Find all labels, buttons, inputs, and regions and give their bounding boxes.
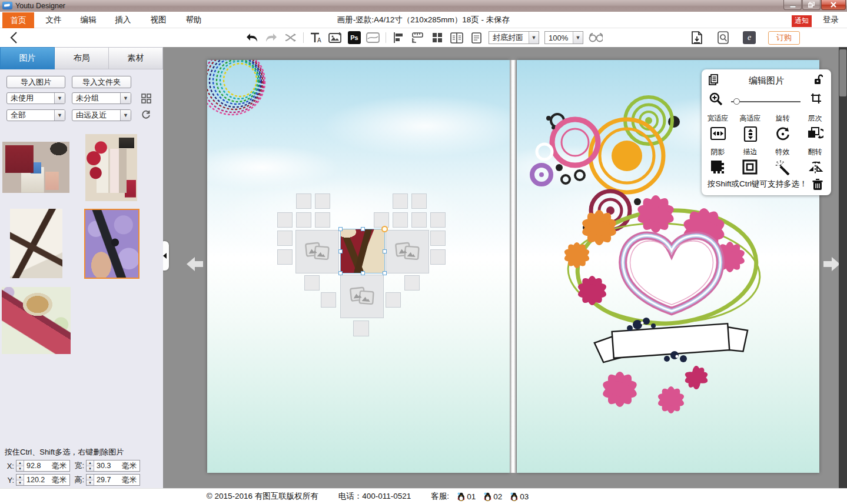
zoom-select[interactable]: 100% ▼	[544, 31, 583, 44]
qq-contact-1[interactable]: 01	[457, 492, 476, 501]
menu-item-help[interactable]: 帮助	[177, 12, 211, 28]
height-stepper[interactable]: ▲▼	[87, 475, 94, 485]
thumbnail-grid-icon[interactable]	[140, 92, 152, 104]
tool-rotate[interactable]: 旋转	[766, 112, 799, 144]
photo-placeholder-cell[interactable]	[277, 212, 293, 228]
login-link[interactable]: 登录	[823, 12, 839, 28]
photo-placeholder-cell[interactable]	[296, 212, 311, 228]
tool-flip[interactable]: 翻转	[799, 145, 831, 177]
tab-layout[interactable]: 布局	[55, 47, 109, 69]
unlock-icon[interactable]	[814, 74, 823, 85]
photo-placeholder-cell[interactable]	[411, 212, 427, 228]
close-button[interactable]	[821, 0, 846, 10]
add-image-icon[interactable]	[328, 31, 343, 45]
y-stepper[interactable]: ▲▼	[16, 475, 24, 485]
import-images-button[interactable]: 导入图片	[6, 76, 65, 88]
width-stepper[interactable]: ▲▼	[87, 460, 94, 471]
back-chevron-button[interactable]	[6, 30, 21, 45]
restore-button[interactable]	[802, 0, 821, 10]
photo-frame-icon[interactable]	[366, 31, 380, 45]
tool-fit-width[interactable]: 宽适应	[702, 112, 734, 144]
filter-scope-select[interactable]: 全部 ▼	[6, 109, 65, 121]
tab-images[interactable]: 图片	[0, 47, 55, 69]
tool-shadow[interactable]: 阴影	[702, 145, 734, 177]
photo-placeholder-cell[interactable]	[277, 231, 293, 246]
y-field[interactable]: ▲▼ 120.2 毫米	[16, 474, 70, 486]
refresh-icon[interactable]	[140, 109, 152, 121]
scrollbar-thumb[interactable]	[839, 49, 846, 96]
photo-placeholder-cell[interactable]	[404, 275, 420, 291]
photo-placeholder-cell[interactable]	[315, 193, 330, 209]
resize-handle-n[interactable]	[361, 227, 365, 231]
photo-placeholder-cell[interactable]	[386, 292, 401, 308]
photo-thumbnail-selected[interactable]	[85, 210, 138, 278]
photo-placeholder-cell[interactable]	[430, 212, 446, 228]
redo-icon[interactable]	[264, 31, 278, 45]
photo-placeholder-cell[interactable]	[296, 193, 311, 209]
grid-view-icon[interactable]	[430, 31, 444, 45]
photo-placeholder-large[interactable]	[386, 230, 429, 273]
photo-placeholder-cell[interactable]	[430, 249, 446, 265]
preview-glasses-icon[interactable]	[589, 31, 603, 45]
photo-placeholder-cell[interactable]	[374, 212, 389, 228]
height-field[interactable]: ▲▼ 29.7 毫米	[86, 474, 140, 486]
preview-search-icon[interactable]	[716, 31, 730, 45]
photo-thumbnail[interactable]	[85, 134, 137, 201]
menu-item-edit[interactable]: 编辑	[71, 12, 105, 28]
align-icon[interactable]	[391, 31, 406, 45]
resize-handle-se[interactable]	[383, 271, 387, 275]
photo-placeholder-cell[interactable]	[393, 193, 408, 209]
menu-item-insert[interactable]: 插入	[106, 12, 140, 28]
photo-placeholder-cell[interactable]	[315, 212, 330, 228]
undo-icon[interactable]	[245, 31, 259, 45]
spread-view-icon[interactable]	[450, 31, 464, 45]
photoshop-icon[interactable]: Ps	[348, 31, 361, 44]
view-mode-select[interactable]: 封底封面 ▼	[489, 31, 539, 44]
photo-thumbnail[interactable]	[10, 209, 62, 278]
slider-knob[interactable]	[733, 98, 740, 105]
photo-placeholder-cell[interactable]	[277, 249, 293, 265]
filter-group-select[interactable]: 未分组 ▼	[72, 92, 131, 104]
photo-placeholder-cell[interactable]	[430, 231, 446, 246]
image-scale-slider[interactable]	[731, 99, 801, 105]
resize-handle-nw[interactable]	[338, 227, 343, 231]
photo-thumbnail[interactable]	[2, 287, 71, 354]
tool-layers[interactable]: 层次	[799, 112, 831, 144]
photo-placeholder-cell[interactable]	[353, 321, 369, 336]
width-field[interactable]: ▲▼ 30.3 毫米	[86, 460, 140, 472]
x-stepper[interactable]: ▲▼	[16, 460, 24, 471]
photo-placeholder-cell[interactable]	[411, 193, 427, 209]
import-folder-button[interactable]: 导入文件夹	[72, 76, 131, 88]
tool-fit-height[interactable]: 高适应	[734, 112, 766, 144]
filter-usage-select[interactable]: 未使用 ▼	[6, 92, 65, 104]
photo-placeholder-cell[interactable]	[321, 292, 336, 308]
filter-sort-select[interactable]: 由远及近 ▼	[72, 109, 131, 121]
canvas-vertical-scrollbar[interactable]	[839, 47, 847, 488]
rotate-handle[interactable]	[381, 226, 388, 232]
tool-effects[interactable]: 特效	[766, 145, 799, 177]
photo-thumbnail[interactable]	[2, 142, 69, 193]
photo-placeholder-large[interactable]	[295, 230, 339, 273]
selected-photo[interactable]	[340, 229, 385, 273]
minimize-button[interactable]	[783, 0, 802, 10]
prev-page-arrow[interactable]	[185, 256, 204, 272]
x-field[interactable]: ▲▼ 92.8 毫米	[16, 460, 70, 472]
zoom-in-icon[interactable]	[709, 92, 723, 106]
page-view-icon[interactable]	[469, 31, 483, 45]
tab-materials[interactable]: 素材	[109, 47, 163, 69]
slider-track[interactable]	[731, 101, 801, 102]
notice-button[interactable]: 通知	[792, 15, 812, 27]
export-file-icon[interactable]	[690, 31, 704, 45]
shuffle-icon[interactable]	[284, 31, 298, 45]
crop-icon[interactable]	[811, 93, 822, 104]
photo-placeholder-cell[interactable]	[304, 275, 320, 291]
tool-stroke[interactable]: 描边	[734, 145, 766, 177]
photo-placeholder-large[interactable]	[340, 275, 384, 318]
ruler-icon[interactable]	[411, 31, 425, 45]
resize-handle-sw[interactable]	[338, 271, 343, 275]
menu-item-view[interactable]: 视图	[141, 12, 175, 28]
trash-icon[interactable]	[812, 179, 823, 191]
ebook-icon[interactable]: e	[743, 31, 756, 44]
order-button[interactable]: 订购	[768, 31, 800, 45]
sidebar-collapse-handle[interactable]	[163, 241, 169, 271]
